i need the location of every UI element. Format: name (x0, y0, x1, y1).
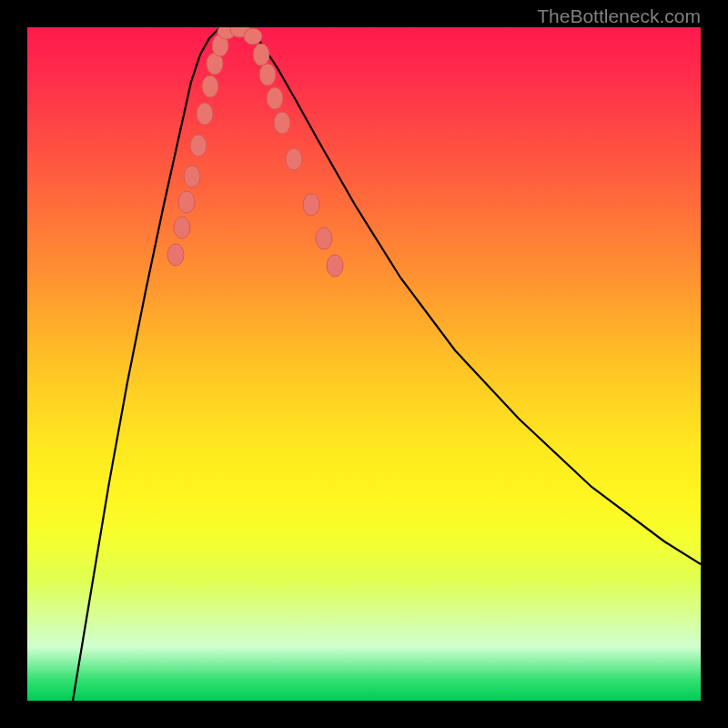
data-marker (303, 194, 319, 216)
data-marker (244, 28, 262, 45)
data-marker (174, 217, 190, 238)
data-marker (190, 135, 207, 157)
plot-area (27, 27, 701, 701)
data-marker (197, 103, 213, 125)
data-markers (167, 27, 343, 277)
data-marker (178, 191, 195, 213)
data-marker (167, 244, 184, 266)
data-marker (286, 148, 302, 170)
data-marker (316, 228, 332, 249)
bottleneck-curves (73, 27, 701, 701)
data-marker (184, 166, 200, 187)
curve-bottleneck-curve-right (246, 27, 701, 564)
chart-frame: TheBottleneck.com (0, 0, 728, 728)
data-marker (202, 76, 218, 97)
data-marker (259, 64, 276, 86)
data-marker (267, 87, 283, 109)
data-marker (274, 112, 290, 134)
data-marker (253, 44, 269, 66)
watermark-text: TheBottleneck.com (537, 5, 701, 27)
chart-svg (27, 27, 701, 701)
curve-bottleneck-curve-left (73, 27, 223, 701)
data-marker (327, 255, 343, 277)
